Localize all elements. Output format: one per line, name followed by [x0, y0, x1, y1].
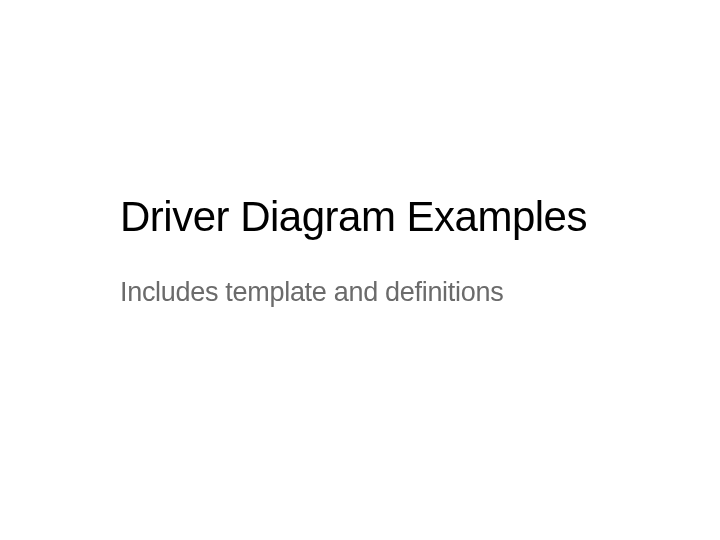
slide-title: Driver Diagram Examples	[120, 193, 587, 241]
slide-subtitle: Includes template and definitions	[120, 277, 503, 308]
